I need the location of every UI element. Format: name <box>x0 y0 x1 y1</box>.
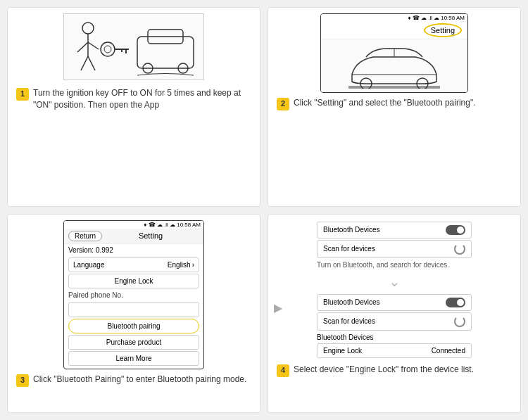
step-3-num: 3 <box>16 374 29 387</box>
bt-scan-label-2: Scan for devices <box>323 317 375 325</box>
screen3-title: Setting <box>139 231 163 240</box>
bt-engine-lock-row[interactable]: Engine Lock Connected <box>317 343 472 358</box>
scan-icon-2 <box>454 316 465 327</box>
screen3-paired-phone: Paired phone No. <box>64 290 203 300</box>
step-1-num: 1 <box>16 88 29 101</box>
screen3-input-box <box>68 302 199 317</box>
bt-row-toggle-1: Bluetooth Devices <box>317 222 472 238</box>
bt-devices-label-3: Bluetooth Devices <box>317 332 472 342</box>
screen3-version: Version: 0.992 <box>64 244 203 256</box>
step-4-label: 4 Select device "Engine Lock" from the d… <box>274 364 515 377</box>
screen3-return-btn: Return <box>68 231 102 241</box>
bt-scan-label-1: Scan for devices <box>323 245 375 253</box>
svg-line-3 <box>88 42 99 49</box>
status-bar-2: ♦ ☎ ☁ .ll ☁ 10:58 AM <box>321 14 467 22</box>
step-2-num: 2 <box>277 98 289 110</box>
bt-turn-on-text: Turn on Bluetooth, and search for device… <box>317 260 472 270</box>
step-4-inner: Bluetooth Devices Scan for devices Turn … <box>274 220 515 359</box>
status-bar-3: ♦ ☎ ☁ .ll ☁ 10:58 AM <box>64 221 203 229</box>
bt-row-toggle-2: Bluetooth Devices <box>317 294 472 311</box>
step-4-desc: Select device "Engine Lock" from the dev… <box>294 364 474 376</box>
bt-section-bottom: Bluetooth Devices Scan for devices Bluet… <box>317 293 472 359</box>
screen3-learn-more: Learn More <box>68 351 199 366</box>
bt-connected-label: Connected <box>432 347 465 355</box>
step-3-desc: Click "Bluetooth Pairing" to enter Bluet… <box>33 374 246 386</box>
bt-scan-row-2: Scan for devices <box>317 312 472 331</box>
screen3-bluetooth-pairing[interactable]: Bluetooth pairing <box>68 319 199 333</box>
screen3-purchase-product: Purchase product <box>68 335 199 350</box>
bt-engine-lock-label: Engine Lock <box>323 347 362 355</box>
svg-line-5 <box>88 56 95 70</box>
step-2-label: 2 Click "Setting" and select the "Blueto… <box>274 97 515 110</box>
step-4-cell: ▶ Bluetooth Devices Scan for devices Tur… <box>268 214 521 414</box>
screen3-language-label: Language <box>73 261 105 269</box>
bt-toggle-2 <box>446 298 465 307</box>
step-3-screen: ♦ ☎ ☁ .ll ☁ 10:58 AM Return Setting Vers… <box>63 220 204 369</box>
svg-point-0 <box>82 23 94 34</box>
svg-line-4 <box>81 56 88 70</box>
screen3-header: Return Setting <box>64 229 203 244</box>
arrow-down-icon: ⌄ <box>389 270 401 293</box>
bt-devices-label-1: Bluetooth Devices <box>323 226 380 234</box>
step-1-cell: 1 Turn the ignition key OFF to ON for 5 … <box>7 7 260 207</box>
step-2-desc: Click "Setting" and select the "Bluetoot… <box>294 97 476 109</box>
bt-devices-label-2: Bluetooth Devices <box>323 298 380 306</box>
screen3-language-val: English <box>168 261 191 269</box>
step-4-num: 4 <box>277 364 289 377</box>
bt-toggle-1 <box>446 225 465 235</box>
step-1-sketch <box>63 13 204 80</box>
bt-scan-row-1: Scan for devices <box>317 240 472 258</box>
step-3-label: 3 Click "Bluetooth Pairing" to enter Blu… <box>13 374 254 387</box>
svg-point-6 <box>101 42 115 56</box>
chevron-right-icon: › <box>192 261 194 269</box>
step-1-desc: Turn the ignition key OFF to ON for 5 ti… <box>33 87 251 111</box>
arrow-right-icon: ▶ <box>274 301 282 314</box>
setting-btn-highlighted: Setting <box>424 23 462 37</box>
screen3-language-row: Language English › <box>68 257 199 272</box>
screen3-engine-lock: Engine Lock <box>68 274 199 288</box>
scan-icon-1 <box>454 243 465 255</box>
step-1-label: 1 Turn the ignition key OFF to ON for 5 … <box>13 87 254 111</box>
bt-section-top: Bluetooth Devices Scan for devices Turn … <box>317 220 472 270</box>
step-3-cell: ♦ ☎ ☁ .ll ☁ 10:58 AM Return Setting Vers… <box>7 214 260 414</box>
step-2-cell: ♦ ☎ ☁ .ll ☁ 10:58 AM Setting <box>268 7 521 207</box>
step-2-screen: ♦ ☎ ☁ .ll ☁ 10:58 AM Setting <box>320 13 468 93</box>
svg-point-7 <box>104 46 111 53</box>
svg-line-2 <box>77 42 88 52</box>
